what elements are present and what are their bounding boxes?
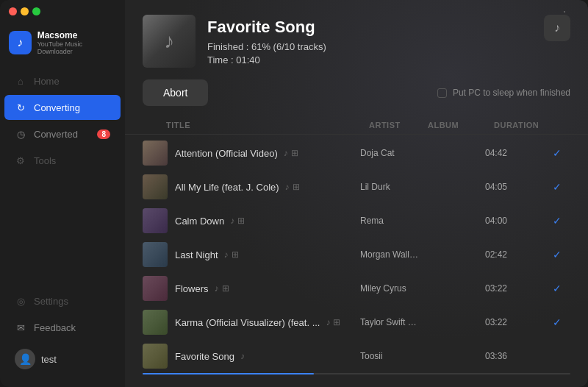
song-info: Favorite Song Finished : 61% (6/10 track… — [207, 15, 570, 65]
track-artist: Rema — [360, 216, 419, 226]
table-row[interactable]: Favorite Song ♪ Toosii 03:36 — [134, 339, 579, 373]
song-time: Time : 01:40 — [207, 54, 570, 65]
table-row[interactable]: All My Life (feat. J. Cole) ♪ ⊞ Lil Durk… — [134, 170, 579, 204]
track-artist: Morgan Wallen — [360, 249, 419, 260]
sidebar-item-home-label: Home — [34, 76, 60, 87]
album-art: ♪ — [143, 15, 196, 68]
sidebar-item-settings-label: Settings — [34, 296, 68, 307]
album-art-inner: ♪ — [143, 15, 196, 68]
app-title-block: Macsome YouTube Music Downloader — [37, 30, 116, 55]
app-icon: ♪ — [9, 31, 32, 54]
user-section[interactable]: 👤 test — [4, 341, 121, 377]
col-album: ALBUM — [428, 121, 494, 129]
track-name: All My Life (feat. J. Cole) — [175, 182, 279, 193]
table-header: TITLE ARTIST ALBUM DURATION — [125, 116, 588, 135]
track-duration: 02:42 — [485, 249, 544, 260]
track-title-col: Last Night ♪ ⊞ — [175, 249, 360, 260]
sidebar-item-settings[interactable]: ◎ Settings — [4, 288, 121, 313]
sidebar-bottom: ◎ Settings ✉ Feedback 👤 test — [0, 281, 125, 387]
track-duration: 03:22 — [485, 283, 544, 294]
track-thumbnail — [143, 141, 168, 166]
table-row[interactable]: Last Night ♪ ⊞ Morgan Wallen 02:42 ✓ — [134, 238, 579, 271]
sidebar-item-converted-label: Converted — [34, 129, 78, 140]
converted-badge: 8 — [97, 129, 110, 139]
maximize-button[interactable] — [32, 7, 40, 15]
abort-section: Abort Put PC to sleep when finished — [125, 79, 588, 116]
track-check: ✓ — [544, 181, 570, 193]
table-row[interactable]: Flowers ♪ ⊞ Miley Cyrus 03:22 ✓ — [134, 271, 579, 305]
track-thumbnail — [143, 174, 168, 199]
sidebar-item-feedback[interactable]: ✉ Feedback — [4, 315, 121, 340]
track-icons: ♪ ⊞ — [326, 317, 340, 327]
sidebar-item-converting[interactable]: ↻ Converting — [4, 95, 121, 120]
track-title-col: Favorite Song ♪ — [175, 351, 360, 362]
file-icon: ⊞ — [222, 283, 229, 294]
track-name: Attention (Official Video) — [175, 148, 278, 159]
track-name: Karma (Official Visualizer) (feat. ... — [175, 317, 320, 328]
track-icons: ♪ ⊞ — [284, 148, 298, 158]
col-artist: ARTIST — [369, 121, 428, 129]
track-check: ✓ — [544, 316, 570, 328]
track-thumbnail — [143, 276, 168, 301]
file-icon: ⊞ — [333, 317, 340, 327]
music-note-icon: ♪ — [284, 148, 288, 158]
sidebar-item-feedback-label: Feedback — [34, 322, 76, 333]
sidebar-item-home[interactable]: ⌂ Home — [4, 68, 121, 93]
app-subtitle: YouTube Music Downloader — [37, 40, 116, 55]
minimize-button[interactable] — [21, 7, 29, 15]
track-name: Flowers — [175, 283, 209, 294]
track-progress-bar — [143, 373, 570, 374]
sidebar-header: ♪ Macsome YouTube Music Downloader — [0, 20, 125, 63]
track-thumbnail — [143, 344, 168, 369]
track-progress-fill — [143, 373, 314, 374]
track-artist: Toosii — [360, 351, 419, 361]
user-avatar: 👤 — [15, 349, 35, 369]
track-check: ✓ — [544, 215, 570, 227]
traffic-lights — [0, 0, 125, 20]
close-button[interactable] — [9, 7, 17, 15]
track-duration: 04:42 — [485, 148, 544, 158]
converting-icon: ↻ — [15, 102, 26, 113]
table-row[interactable]: Calm Down ♪ ⊞ Rema 04:00 ✓ — [134, 204, 579, 238]
track-icons: ♪ ⊞ — [215, 283, 229, 294]
user-name: test — [41, 354, 57, 365]
table-row[interactable]: Karma (Official Visualizer) (feat. ... ♪… — [134, 305, 579, 339]
track-icons: ♪ ⊞ — [285, 182, 300, 192]
app-name: Macsome — [37, 30, 116, 40]
music-file-icon-button[interactable]: ♪ — [544, 15, 570, 41]
converted-icon: ◷ — [15, 128, 26, 140]
sidebar: ♪ Macsome YouTube Music Downloader ⌂ Hom… — [0, 0, 125, 387]
col-duration: DURATION — [494, 121, 553, 129]
track-title-col: Flowers ♪ ⊞ — [175, 283, 360, 294]
track-duration: 03:36 — [485, 351, 544, 361]
track-name: Favorite Song — [175, 351, 234, 362]
tools-icon: ⚙ — [15, 155, 26, 166]
song-title: Favorite Song — [207, 18, 570, 37]
track-thumbnail — [143, 310, 168, 335]
song-progress-text: Finished : 61% (6/10 tracks) — [207, 41, 570, 52]
track-check: ✓ — [544, 249, 570, 260]
main-content: ⋮ ♪ Favorite Song Finished : 61% (6/10 t… — [125, 0, 588, 387]
sleep-checkbox[interactable] — [437, 88, 447, 98]
track-thumbnail — [143, 208, 168, 233]
sidebar-item-converting-label: Converting — [34, 102, 80, 113]
app-container: ♪ Macsome YouTube Music Downloader ⌂ Hom… — [0, 0, 588, 387]
file-icon: ⊞ — [237, 216, 245, 226]
sidebar-item-converted[interactable]: ◷ Converted 8 — [4, 121, 121, 146]
sleep-checkbox-section: Put PC to sleep when finished — [437, 88, 570, 98]
track-name: Last Night — [175, 249, 218, 260]
track-duration: 03:22 — [485, 317, 544, 327]
file-icon: ⊞ — [291, 148, 298, 158]
abort-button[interactable]: Abort — [143, 79, 208, 106]
home-icon: ⌂ — [15, 75, 26, 87]
music-note-icon: ♪ — [224, 249, 229, 260]
track-icons: ♪ ⊞ — [224, 249, 239, 260]
sidebar-item-tools[interactable]: ⚙ Tools — [4, 148, 121, 173]
music-note-icon: ♪ — [240, 351, 245, 361]
file-icon: ⊞ — [293, 182, 300, 192]
music-note-icon: ♪ — [326, 317, 330, 327]
track-table: Attention (Official Video) ♪ ⊞ Doja Cat … — [125, 136, 588, 387]
sidebar-item-tools-label: Tools — [34, 155, 56, 166]
table-row[interactable]: Attention (Official Video) ♪ ⊞ Doja Cat … — [134, 136, 579, 170]
track-icons: ♪ — [240, 351, 245, 361]
